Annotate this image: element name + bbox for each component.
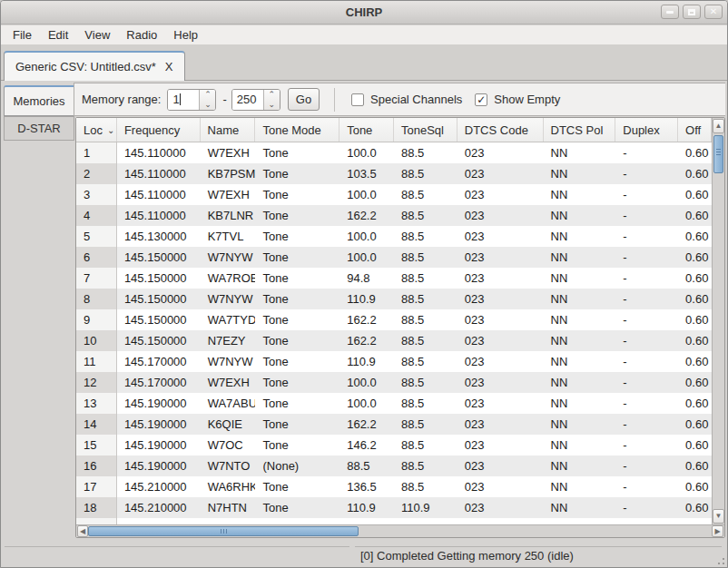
cell-dtcs-pol[interactable]: NN xyxy=(544,289,616,309)
close-button[interactable]: ✕ xyxy=(704,5,723,19)
table-row[interactable]: 7145.150000WA7ROBTone94.888.5023NN-0.60 xyxy=(76,268,712,289)
spin-up-icon[interactable]: ⌃ xyxy=(200,90,215,100)
cell-loc[interactable]: 14 xyxy=(76,414,117,435)
tab-dstar[interactable]: D-STAR xyxy=(4,116,74,141)
cell-dtcs-pol[interactable]: NN xyxy=(544,205,616,226)
column-header-tonesql[interactable]: ToneSql xyxy=(394,118,457,142)
cell-name[interactable]: N7EZY xyxy=(201,330,256,351)
column-header-name[interactable]: Name xyxy=(201,118,256,142)
cell-off[interactable]: 0.60 xyxy=(678,309,712,330)
cell-tone-mode[interactable]: Tone xyxy=(255,372,339,393)
scroll-down-button[interactable]: ▼ xyxy=(713,509,724,524)
cell-tone[interactable]: 103.5 xyxy=(339,163,394,184)
cell-loc[interactable]: 4 xyxy=(76,205,117,226)
menu-radio[interactable]: Radio xyxy=(118,26,165,44)
horizontal-scrollbar[interactable]: ◀ ▶ xyxy=(76,524,724,537)
cell-off[interactable]: 0.60 xyxy=(678,518,712,524)
column-header-tone-mode[interactable]: Tone Mode xyxy=(255,118,339,142)
cell-dtcs-code[interactable]: 023 xyxy=(457,205,544,226)
cell-frequency[interactable]: 145.110000 xyxy=(117,184,201,205)
tab-generic-csv[interactable]: Generic CSV: Untitled.csv* X xyxy=(4,51,185,81)
cell-tonesql[interactable]: 88.5 xyxy=(394,309,457,330)
cell-tone-mode[interactable]: Tone xyxy=(255,142,339,163)
cell-off[interactable]: 0.60 xyxy=(678,497,712,518)
cell-tonesql[interactable]: 88.5 xyxy=(394,414,457,435)
cell-off[interactable]: 0.60 xyxy=(678,393,712,414)
cell-dtcs-code[interactable]: 023 xyxy=(457,247,544,268)
cell-tone[interactable]: 110.9 xyxy=(339,351,394,372)
cell-name[interactable]: W7NTO xyxy=(201,455,256,476)
horizontal-scrollbar-thumb[interactable] xyxy=(88,526,359,536)
cell-tone[interactable]: 146.2 xyxy=(339,435,394,455)
cell-loc[interactable]: 2 xyxy=(76,163,117,184)
cell-loc[interactable]: 8 xyxy=(76,289,117,309)
cell-loc[interactable]: 10 xyxy=(76,330,117,351)
menu-help[interactable]: Help xyxy=(165,26,206,44)
cell-dtcs-pol[interactable]: NN xyxy=(544,330,616,351)
table-row[interactable]: 6145.150000W7NYWTone100.088.5023NN-0.60 xyxy=(76,247,712,268)
cell-duplex[interactable]: - xyxy=(615,142,678,163)
cell-tone[interactable]: 162.2 xyxy=(339,205,394,226)
table-row[interactable]: 9145.150000WA7TYDTone162.288.5023NN-0.60 xyxy=(76,309,712,330)
cell-frequency[interactable]: 145.170000 xyxy=(117,372,201,393)
cell-dtcs-code[interactable]: 023 xyxy=(457,372,544,393)
table-row[interactable]: 16145.190000W7NTO(None)88.588.5023NN-0.6… xyxy=(76,455,712,476)
cell-tone[interactable]: 110.9 xyxy=(339,497,394,518)
cell-duplex[interactable]: - xyxy=(615,309,678,330)
cell-tone-mode[interactable]: Tone xyxy=(255,247,339,268)
cell-loc[interactable]: 3 xyxy=(76,184,117,205)
table-row[interactable]: 14145.190000K6QIETone162.288.5023NN-0.60 xyxy=(76,414,712,435)
cell-name[interactable]: W7NYW xyxy=(201,289,256,309)
cell-duplex[interactable]: - xyxy=(615,268,678,289)
cell-name[interactable]: KA7GNK xyxy=(201,518,256,524)
cell-off[interactable]: 0.60 xyxy=(678,414,712,435)
cell-dtcs-code[interactable]: 023 xyxy=(457,476,544,497)
cell-frequency[interactable]: 145.210000 xyxy=(117,518,201,524)
cell-tonesql[interactable]: 88.5 xyxy=(394,351,457,372)
cell-name[interactable]: W7OC xyxy=(201,435,256,455)
cell-tone-mode[interactable]: Tone xyxy=(255,518,339,524)
cell-tone[interactable]: 94.8 xyxy=(339,268,394,289)
cell-tone-mode[interactable]: Tone xyxy=(255,414,339,435)
cell-tonesql[interactable]: 88.5 xyxy=(394,142,457,163)
cell-dtcs-code[interactable]: 023 xyxy=(457,309,544,330)
go-button[interactable]: Go xyxy=(288,88,320,111)
cell-duplex[interactable]: - xyxy=(615,414,678,435)
cell-duplex[interactable]: - xyxy=(615,497,678,518)
cell-tone-mode[interactable]: Tone xyxy=(255,435,339,455)
table-row[interactable]: 17145.210000WA6RHKTone136.588.5023NN-0.6… xyxy=(76,476,712,497)
cell-tonesql[interactable]: 88.5 xyxy=(394,268,457,289)
table-row[interactable]: 10145.150000N7EZYTone162.288.5023NN-0.60 xyxy=(76,330,712,351)
cell-dtcs-pol[interactable]: NN xyxy=(544,476,616,497)
cell-tone-mode[interactable]: Tone xyxy=(255,309,339,330)
cell-off[interactable]: 0.60 xyxy=(678,205,712,226)
cell-frequency[interactable]: 145.190000 xyxy=(117,455,201,476)
cell-dtcs-code[interactable]: 023 xyxy=(457,497,544,518)
cell-tonesql[interactable]: 88.5 xyxy=(394,205,457,226)
cell-tone[interactable]: 100.0 xyxy=(339,184,394,205)
cell-off[interactable]: 0.60 xyxy=(678,435,712,455)
cell-duplex[interactable]: - xyxy=(615,330,678,351)
cell-duplex[interactable]: - xyxy=(615,247,678,268)
cell-name[interactable]: N7HTN xyxy=(201,497,256,518)
cell-off[interactable]: 0.60 xyxy=(678,372,712,393)
cell-tonesql[interactable]: 88.5 xyxy=(394,372,457,393)
cell-loc[interactable]: 16 xyxy=(76,455,117,476)
memory-range-start-spinbox[interactable]: 1 ⌃ ⌄ xyxy=(167,89,216,111)
cell-dtcs-pol[interactable]: NN xyxy=(544,414,616,435)
scroll-left-button[interactable]: ◀ xyxy=(77,525,88,537)
column-header-off[interactable]: Off xyxy=(678,118,712,142)
cell-loc[interactable]: 15 xyxy=(76,435,117,455)
cell-off[interactable]: 0.60 xyxy=(678,351,712,372)
memory-range-end-input[interactable]: 250 xyxy=(232,90,263,110)
spin-down-icon[interactable]: ⌄ xyxy=(200,100,215,110)
table-row[interactable]: 15145.190000W7OCTone146.288.5023NN-0.60 xyxy=(76,435,712,455)
table-row[interactable]: 1145.110000W7EXHTone100.088.5023NN-0.60 xyxy=(76,142,712,163)
table-row[interactable]: 19145.210000KA7GNKTone88.588.5023NN-0.60 xyxy=(76,518,712,524)
cell-dtcs-pol[interactable]: NN xyxy=(544,435,616,455)
cell-duplex[interactable]: - xyxy=(615,205,678,226)
cell-loc[interactable]: 7 xyxy=(76,268,117,289)
cell-dtcs-pol[interactable]: NN xyxy=(544,226,616,247)
cell-tone[interactable]: 100.0 xyxy=(339,247,394,268)
cell-dtcs-code[interactable]: 023 xyxy=(457,289,544,309)
